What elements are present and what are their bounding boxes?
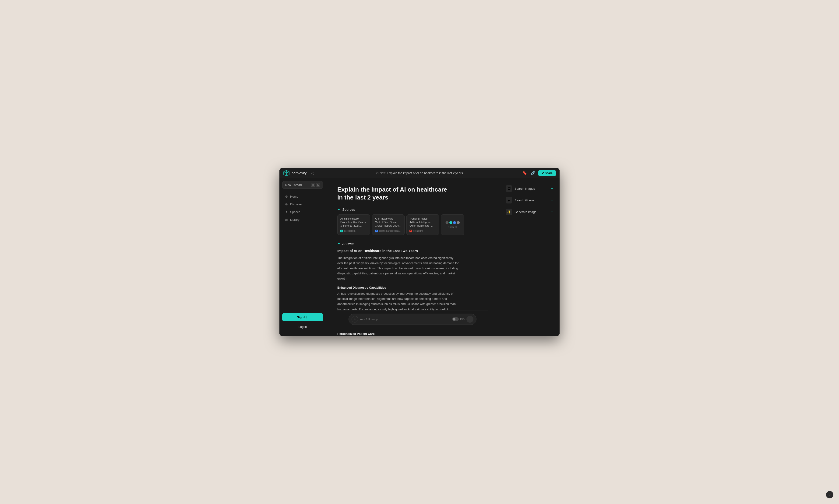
library-icon: ⊞: [285, 218, 288, 221]
source-meta-3: V veradigm: [409, 230, 436, 232]
show-all-card[interactable]: Show all: [441, 214, 464, 235]
generate-image-plus-icon: +: [551, 210, 553, 214]
source-favicon-3: V: [409, 230, 412, 232]
search-videos-plus-icon: +: [551, 198, 553, 203]
sidebar-item-home[interactable]: ⊙ Home: [281, 193, 324, 200]
titlebar-right: ··· 🔖 🔗 ↗ Share: [509, 170, 556, 176]
source-avatars: [445, 221, 460, 224]
send-button[interactable]: ↑: [466, 316, 474, 323]
page-title: Explain the impact of AI on healthcare i…: [387, 171, 463, 175]
source-card-3[interactable]: Trending Topics: Artificial Intelligence…: [407, 214, 439, 235]
login-button[interactable]: Log in: [282, 323, 323, 330]
shortcut-display: ⌘ K: [311, 183, 320, 187]
source-favicon-1: A: [340, 230, 343, 232]
signup-button[interactable]: Sign Up: [282, 313, 323, 321]
sources-label: Sources: [342, 208, 355, 211]
generate-image-item[interactable]: ✨ Generate Image +: [503, 206, 556, 217]
titlebar: perplexity ◁ ⏱ Now Explain the impact of…: [280, 168, 559, 178]
answer-main-heading: Impact of AI on Healthcare in the Last T…: [337, 249, 488, 253]
generate-image-left: ✨ Generate Image: [506, 209, 536, 215]
help-button[interactable]: ?: [826, 491, 834, 499]
search-images-left: 🖼 Search Images: [506, 185, 535, 192]
sidebar-nav: ⊙ Home ⊕ Discover ✦ Spaces ⊞ Library: [280, 193, 326, 223]
search-videos-label: Search Videos: [515, 199, 534, 202]
source-domain-2: polarismarketresear...: [379, 230, 401, 232]
answer-intro-text: The integration of artificial intelligen…: [337, 255, 459, 281]
source-card-1[interactable]: AI in Healthcare: Examples, Use Cases & …: [337, 214, 370, 235]
mini-avatar-4: [457, 221, 460, 224]
bookmark-button[interactable]: 🔖: [521, 170, 528, 176]
sidebar: New Thread ⌘ K ⊙ Home ⊕ Discover ✦ Space…: [280, 178, 326, 336]
logo-text: perplexity: [291, 171, 306, 175]
share-icon: ↗: [541, 172, 544, 175]
search-images-icon: 🖼: [506, 185, 512, 192]
source-card-2[interactable]: AI In Healthcare Market Size, Share, Gro…: [372, 214, 405, 235]
input-container: + Pro ↑: [349, 313, 477, 325]
sources-grid: AI in Healthcare: Examples, Use Cases & …: [337, 214, 488, 235]
follow-up-input[interactable]: [360, 318, 450, 321]
source-meta-2: P polarismarketresear...: [375, 230, 401, 232]
link-button[interactable]: 🔗: [530, 170, 536, 176]
answer-ai-icon: ✦: [337, 241, 340, 246]
titlebar-left: perplexity ◁: [283, 170, 330, 176]
pro-label: Pro: [460, 318, 465, 321]
main-layout: New Thread ⌘ K ⊙ Home ⊕ Discover ✦ Space…: [280, 178, 559, 336]
generate-image-icon: ✨: [506, 209, 512, 215]
pro-toggle-switch[interactable]: [452, 317, 459, 321]
new-thread-button[interactable]: New Thread ⌘ K: [282, 181, 323, 189]
more-options-button[interactable]: ···: [515, 170, 519, 176]
main-content: Explain the impact of AI on healthcare i…: [326, 178, 499, 336]
discover-icon: ⊕: [285, 202, 288, 206]
search-images-label: Search Images: [515, 187, 535, 191]
section1-heading: Enhanced Diagnostic Capabilities: [337, 286, 488, 289]
sources-section: ✦ Sources AI in Healthcare: Examples, Us…: [337, 207, 488, 235]
show-all-label: Show all: [448, 226, 458, 229]
spaces-icon: ✦: [285, 210, 288, 214]
search-images-plus-icon: +: [551, 186, 553, 191]
sources-ai-icon: ✦: [337, 207, 340, 212]
sources-header: ✦ Sources: [337, 207, 488, 212]
question-title: Explain the impact of AI on healthcare i…: [337, 186, 454, 202]
sidebar-item-spaces[interactable]: ✦ Spaces: [281, 208, 324, 216]
search-videos-left: ▶ Search Videos: [506, 197, 534, 203]
share-button[interactable]: ↗ Share: [538, 170, 556, 176]
titlebar-center: ⏱ Now Explain the impact of AI on health…: [330, 171, 509, 175]
content-area: Explain the impact of AI on healthcare i…: [326, 178, 559, 336]
source-domain-3: veradigm: [413, 230, 423, 232]
collapse-sidebar-button[interactable]: ◁: [310, 170, 315, 176]
mini-avatar-3: [453, 221, 456, 224]
logo-icon: [283, 170, 290, 176]
source-meta-1: A acropolium: [340, 230, 367, 232]
sidebar-bottom: Sign Up Log in: [280, 310, 326, 333]
mini-avatar-2: [449, 221, 452, 224]
sidebar-item-discover[interactable]: ⊕ Discover: [281, 200, 324, 208]
source-title-2: AI In Healthcare Market Size, Share, Gro…: [375, 217, 401, 228]
pro-toggle[interactable]: Pro: [452, 317, 465, 321]
answer-header: ✦ Answer: [337, 241, 488, 246]
home-icon: ⊙: [285, 195, 288, 198]
source-title-3: Trending Topics: Artificial Intelligence…: [409, 217, 436, 228]
answer-label: Answer: [342, 242, 354, 246]
app-window: perplexity ◁ ⏱ Now Explain the impact of…: [280, 168, 559, 336]
source-title-1: AI in Healthcare: Examples, Use Cases & …: [340, 217, 367, 228]
sidebar-item-library[interactable]: ⊞ Library: [281, 216, 324, 223]
input-bar: + Pro ↑: [337, 310, 488, 328]
section2-heading: Personalized Patient Care: [337, 332, 488, 336]
mini-avatar-1: [445, 221, 449, 224]
generate-image-label: Generate Image: [515, 210, 536, 214]
right-panel: 🖼 Search Images + ▶ Search Videos + ✨ G: [499, 178, 559, 336]
search-videos-item[interactable]: ▶ Search Videos +: [503, 195, 556, 206]
now-badge: ⏱ Now: [376, 172, 386, 175]
add-button[interactable]: +: [352, 316, 358, 322]
logo: perplexity: [283, 170, 306, 176]
source-favicon-2: P: [375, 230, 378, 232]
search-images-item[interactable]: 🖼 Search Images +: [503, 183, 556, 194]
source-domain-1: acropolium: [344, 230, 356, 232]
search-videos-icon: ▶: [506, 197, 512, 203]
